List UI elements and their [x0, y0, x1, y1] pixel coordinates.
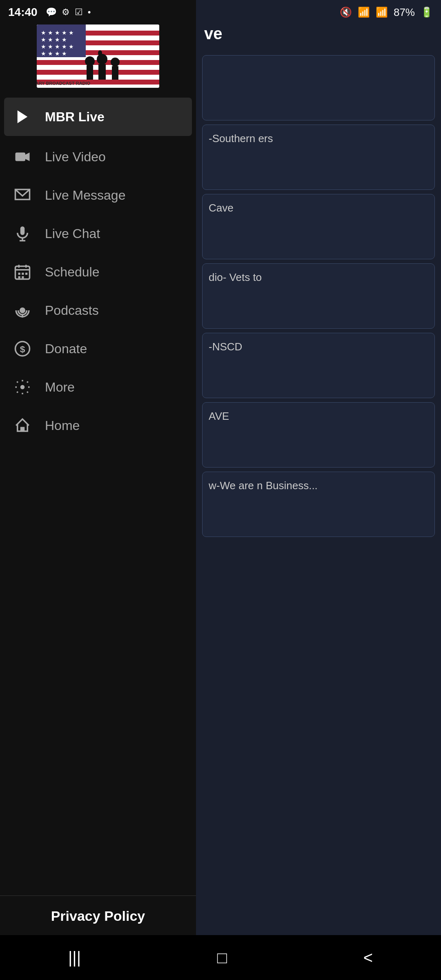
svg-rect-34	[18, 276, 20, 278]
card-4-text: dio- Vets to	[209, 271, 262, 283]
card-2: -Southern ers	[202, 125, 435, 190]
nav-back-button[interactable]: <	[347, 944, 389, 971]
sidebar-item-podcasts[interactable]: Podcasts	[0, 291, 196, 330]
svg-rect-32	[22, 273, 24, 275]
svg-rect-33	[25, 273, 27, 275]
calendar-icon	[12, 262, 33, 282]
dot-icon: •	[88, 7, 91, 18]
svg-rect-41	[20, 427, 25, 432]
card-6: AVE	[202, 402, 435, 468]
nav-bar: ||| □ <	[0, 935, 441, 980]
sidebar-item-schedule[interactable]: Schedule	[0, 253, 196, 291]
svg-text:★ ★ ★ ★: ★ ★ ★ ★	[41, 36, 67, 43]
card-3: Cave	[202, 194, 435, 259]
card-6-text: AVE	[209, 410, 229, 422]
more-label: More	[45, 380, 75, 395]
podcasts-label: Podcasts	[45, 303, 99, 318]
sidebar-item-live-message[interactable]: Live Message	[0, 176, 196, 214]
sidebar-item-live-video[interactable]: Live Video	[0, 138, 196, 176]
svg-marker-23	[25, 153, 30, 161]
status-bar-right: 🔇 📶 📶 87% 🔋	[196, 0, 441, 24]
home-label: Home	[45, 418, 80, 433]
card-1	[202, 55, 435, 120]
messenger-icon: 💬	[46, 7, 57, 18]
svg-point-40	[20, 385, 25, 390]
svg-text:★ ★ ★ ★ ★: ★ ★ ★ ★ ★	[41, 43, 74, 50]
mute-icon: 🔇	[340, 7, 352, 18]
sidebar-item-more[interactable]: More	[0, 368, 196, 406]
dollar-icon: $	[12, 339, 33, 359]
svg-point-19	[98, 50, 102, 56]
status-time: 14:40	[8, 6, 38, 19]
card-5-text: -NSCD	[209, 341, 242, 353]
nav-home-button[interactable]: □	[201, 944, 243, 971]
svg-text:$: $	[20, 344, 25, 354]
svg-marker-21	[18, 110, 28, 123]
status-bar-left: 14:40 💬 ⚙ ☑ •	[0, 0, 196, 24]
svg-rect-5	[37, 70, 159, 75]
live-chat-label: Live Chat	[45, 226, 100, 241]
podcast-icon	[12, 300, 33, 321]
card-5: -NSCD	[202, 333, 435, 398]
card-4: dio- Vets to	[202, 263, 435, 329]
schedule-label: Schedule	[45, 265, 99, 280]
svg-point-12	[85, 56, 95, 66]
gear-icon	[12, 377, 33, 397]
main-content: ve -Southern ers Cave dio- Vets to -NSCD…	[196, 0, 441, 980]
sidebar-item-live-chat[interactable]: Live Chat	[0, 214, 196, 253]
settings-status-icon: ⚙	[62, 7, 70, 18]
svg-rect-31	[18, 273, 20, 275]
message-icon	[12, 185, 33, 205]
svg-rect-13	[87, 65, 93, 80]
battery-icon: 🔋	[421, 7, 433, 18]
svg-rect-22	[16, 153, 26, 161]
sidebar-item-home[interactable]: Home	[0, 406, 196, 445]
svg-rect-35	[22, 276, 24, 278]
checkbox-icon: ☑	[75, 7, 83, 18]
privacy-policy-link[interactable]: Privacy Policy	[8, 908, 188, 924]
drawer: ★ ★ ★ ★ ★ ★ ★ ★ ★ ★ ★ ★ ★ ★ ★ ★ ★ ★ MILI…	[0, 0, 196, 980]
svg-point-16	[111, 58, 120, 67]
battery-percent: 87%	[394, 6, 415, 19]
svg-text:★ ★ ★ ★: ★ ★ ★ ★	[41, 50, 67, 57]
svg-point-14	[97, 54, 107, 65]
wifi-icon: 📶	[358, 7, 370, 18]
svg-text:★ ★ ★ ★ ★: ★ ★ ★ ★ ★	[41, 29, 74, 36]
status-icons: 💬 ⚙ ☑ •	[46, 7, 91, 18]
video-icon	[12, 147, 33, 167]
donate-label: Donate	[45, 341, 87, 356]
nav-menu-button[interactable]: |||	[52, 944, 97, 971]
card-7: w-We are n Business...	[202, 472, 435, 537]
live-video-label: Live Video	[45, 149, 106, 165]
mic-icon	[12, 223, 33, 244]
sidebar-item-mbr-live[interactable]: MBR Live	[4, 98, 192, 136]
svg-point-36	[20, 307, 25, 313]
svg-rect-17	[112, 66, 118, 80]
svg-rect-24	[20, 227, 25, 235]
home-icon	[12, 415, 33, 436]
logo: ★ ★ ★ ★ ★ ★ ★ ★ ★ ★ ★ ★ ★ ★ ★ ★ ★ ★ MILI…	[37, 24, 159, 88]
play-icon	[12, 107, 33, 127]
card-3-text: Cave	[209, 202, 234, 214]
mbr-live-label: MBR Live	[45, 109, 105, 125]
svg-rect-15	[98, 64, 106, 80]
card-7-text: w-We are n Business...	[209, 479, 318, 492]
live-message-label: Live Message	[45, 188, 125, 203]
svg-text:MILITARY BROADCAST RADIO: MILITARY BROADCAST RADIO	[37, 81, 91, 86]
card-2-text: -Southern ers	[209, 132, 273, 145]
signal-icon: 📶	[376, 7, 388, 18]
sidebar-item-donate[interactable]: $ Donate	[0, 330, 196, 368]
